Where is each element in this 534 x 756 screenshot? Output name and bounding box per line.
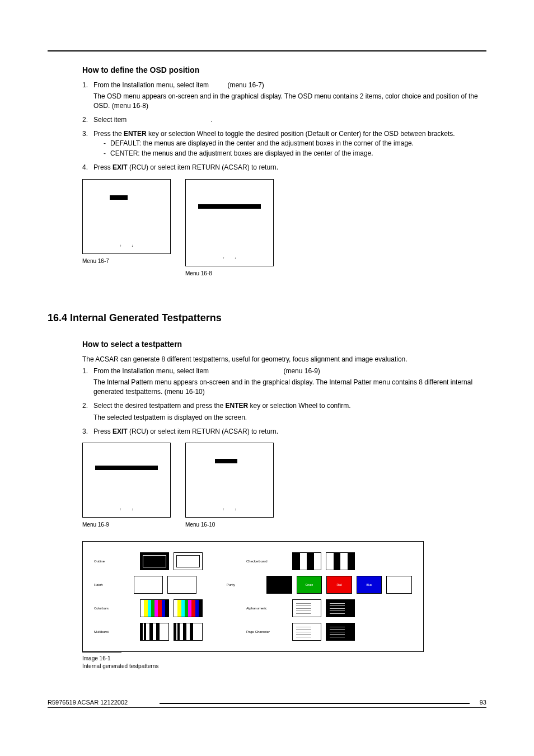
osd-step-1: From the Installation menu, select item … <box>82 81 486 111</box>
alpha-thumb-dark <box>326 599 355 617</box>
step-bold: EXIT <box>113 163 128 171</box>
menu-16-8-caption: Menu 16-8 <box>185 270 274 278</box>
purity-black <box>266 576 292 594</box>
tp-purity-label: Purity <box>227 583 266 587</box>
step-post: key or selection Wheel to confirm. <box>248 402 350 410</box>
section-16-4-heading: 16.4 Internal Generated Testpatterns <box>48 311 486 325</box>
menu-16-9-caption: Menu 16-9 <box>82 521 171 529</box>
arrow-up-icon: ↑ <box>120 507 121 511</box>
tp-hatch-label: Hatch <box>94 583 134 587</box>
menu-16-7-box: ↑ ↓ <box>82 179 171 254</box>
tp-colorbars-label: Colorbars <box>94 606 140 611</box>
figure-rule <box>82 652 121 652</box>
alpha-thumb-light <box>292 599 321 617</box>
checker-thumb-1 <box>292 552 321 570</box>
tp-step-1: From the Installation menu, select item … <box>82 367 486 397</box>
outline-thumb-light <box>174 552 203 570</box>
outline-thumb-dark <box>140 552 169 570</box>
menu-16-10-box: ↑ ↓ <box>185 443 274 518</box>
step-tail: (menu 16-7) <box>227 81 264 89</box>
tp-outline-label: Outline <box>94 559 140 564</box>
purity-red: Red <box>326 576 352 594</box>
purity-green: Green <box>297 576 322 594</box>
arrow-up-icon: ↑ <box>120 243 121 248</box>
tp-intro: The ACSAR can generate 8 different testp… <box>82 355 486 364</box>
testpatterns-figure: Outline Checkerboard Hatch Purity <box>82 541 424 652</box>
arrow-up-icon: ↑ <box>223 256 224 260</box>
step-post: key or selection Wheel to toggle the des… <box>147 130 455 138</box>
checker-thumb-2 <box>326 552 355 570</box>
how-to-osd-title: How to define the OSD position <box>82 65 486 76</box>
arrow-down-icon: ↓ <box>235 507 236 511</box>
step-pre: Press the <box>93 130 124 138</box>
hatch-thumb-1 <box>134 576 163 594</box>
step-post: (RCU) or select item RETURN (ACSAR) to r… <box>128 428 278 435</box>
tp-step-3: Press EXIT (RCU) or select item RETURN (… <box>82 427 486 436</box>
step-sub: The OSD menu appears on-screen and in th… <box>93 92 486 111</box>
purity-white <box>386 576 412 594</box>
colorbars-thumb-2 <box>174 599 203 617</box>
menu-16-7-caption: Menu 16-7 <box>82 257 171 265</box>
osd-menus: ↑ ↓ Menu 16-7 ↑ ↓ Menu 16-8 <box>82 179 486 278</box>
header-rule <box>48 50 486 51</box>
step-pre: Press <box>93 428 113 435</box>
osd-bullet-2: CENTER: the menus and the adjustment box… <box>104 149 486 158</box>
step-pre: Select the desired testpattern and press… <box>93 402 225 410</box>
pagechar-thumb-dark <box>326 623 355 641</box>
image-16-1-sub: Internal generated testpatterns <box>82 663 486 670</box>
multiburst-thumb-1 <box>140 623 169 641</box>
step-sub: The selected testpattern is displayed on… <box>93 413 486 422</box>
step-tail: (menu 16-9) <box>283 367 320 375</box>
footer-page-number: 93 <box>475 698 486 707</box>
tp-alpha-label: Alphanumeric <box>246 606 292 611</box>
step-bold: EXIT <box>113 428 128 435</box>
arrow-down-icon: ↓ <box>235 256 236 260</box>
hatch-thumb-2 <box>167 576 196 594</box>
colorbars-thumb-1 <box>140 599 169 617</box>
osd-step-3: Press the ENTER key or selection Wheel t… <box>82 129 486 158</box>
menu-bar-icon <box>198 204 261 209</box>
osd-step-4: Press EXIT (RCU) or select item RETURN (… <box>82 163 486 172</box>
arrow-up-icon: ↑ <box>223 507 224 511</box>
footer-left: R5976519 ACSAR 12122002 <box>48 698 132 707</box>
image-16-1-caption: Image 16-1 <box>82 655 486 663</box>
step-bold: ENTER <box>225 402 248 410</box>
step-post: (RCU) or select item RETURN (ACSAR) to r… <box>128 163 278 171</box>
page-footer: R5976519 ACSAR 12122002 93 <box>48 698 486 707</box>
tp-multiburst-label: Multiburst <box>94 630 140 634</box>
menu-16-9-box: ↑ ↓ <box>82 443 171 518</box>
menu-16-8-box: ↑ ↓ <box>185 179 274 266</box>
pagechar-thumb-light <box>292 623 321 641</box>
osd-bullet-1: DEFAULT: the menus are displayed in the … <box>104 139 486 148</box>
osd-step-2: Select item . <box>82 115 486 125</box>
step-text: From the Installation menu, select item <box>93 367 209 375</box>
step-pre: Press <box>93 163 113 171</box>
tp-pagechar-label: Page Character <box>246 630 292 634</box>
osd-bullets: DEFAULT: the menus are displayed in the … <box>93 139 486 159</box>
step-sub: The Internal Pattern menu appears on-scr… <box>93 378 486 397</box>
step-text: Select item <box>93 116 127 124</box>
osd-steps: From the Installation menu, select item … <box>82 81 486 172</box>
tp-steps: From the Installation menu, select item … <box>82 367 486 436</box>
arrow-down-icon: ↓ <box>132 243 133 248</box>
menu-bar-icon <box>110 195 128 200</box>
menu-bar-icon <box>95 466 158 470</box>
menu-bar-icon <box>215 459 237 463</box>
purity-blue: Blue <box>357 576 382 594</box>
menu-16-10-caption: Menu 16-10 <box>185 521 274 529</box>
tp-checker-label: Checkerboard <box>246 559 292 564</box>
tp-menus: ↑ ↓ Menu 16-9 ↑ ↓ Menu 16-10 <box>82 443 486 529</box>
multiburst-thumb-2 <box>174 623 203 641</box>
tp-step-2: Select the desired testpattern and press… <box>82 401 486 422</box>
step-bold: ENTER <box>124 130 147 138</box>
how-to-tp-title: How to select a testpattern <box>82 339 486 350</box>
step-tail: . <box>210 116 212 124</box>
arrow-down-icon: ↓ <box>132 507 133 511</box>
step-text: From the Installation menu, select item <box>93 81 209 89</box>
